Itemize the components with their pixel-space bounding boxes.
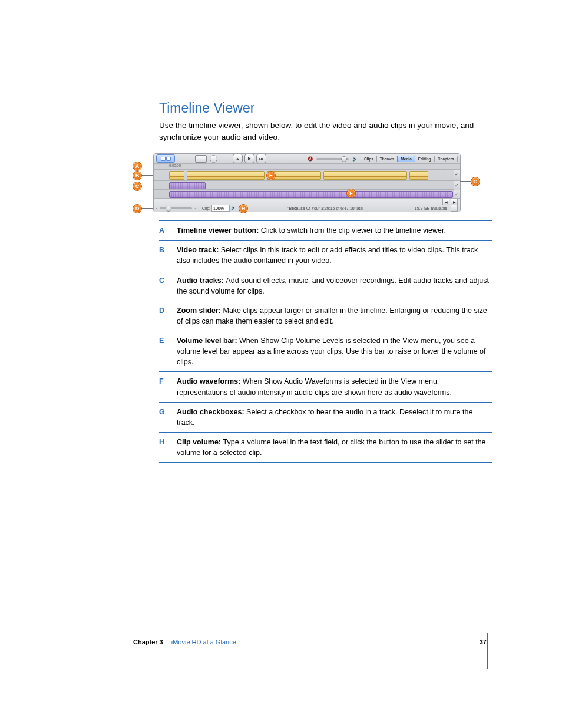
page-footer: Chapter 3 iMovie HD at a Glance 37	[133, 638, 487, 645]
timeline-viewer-button[interactable]	[156, 154, 175, 163]
callout-h: H	[239, 204, 248, 213]
timeline-figure: ⏮ ▶ ⏭ 🔇 🔈 Clips Themes Media Editing Cha…	[133, 153, 479, 212]
timeline-bottom-bar: ◀ ▶ ▫ ▫ Clip: 🔈 "Because Of You" 3:39:15…	[154, 198, 460, 212]
legend-description: Timeline viewer button: Click to switch …	[177, 221, 492, 241]
legend-letter: B	[159, 241, 177, 271]
legend-description: Zoom slider: Make clips appear larger or…	[177, 301, 492, 331]
clip-volume-field[interactable]	[211, 205, 230, 212]
audio-track-1[interactable]	[154, 181, 460, 190]
tab-clips[interactable]: Clips	[361, 156, 377, 162]
timeline-toolbar: ⏮ ▶ ⏭ 🔇 🔈 Clips Themes Media Editing Cha…	[154, 154, 460, 164]
legend-letter: A	[159, 221, 177, 241]
master-volume-slider[interactable]	[316, 158, 349, 160]
legend-description: Audio waveforms: When Show Audio Wavefor…	[177, 372, 492, 402]
legend-letter: D	[159, 301, 177, 331]
legend-letter: F	[159, 372, 177, 402]
scissors-icon[interactable]	[210, 155, 217, 163]
legend-row: EVolume level bar: When Show Clip Volume…	[159, 331, 492, 372]
legend-letter: E	[159, 331, 177, 372]
tab-editing[interactable]: Editing	[415, 156, 435, 162]
scroll-left-button[interactable]: ◀	[442, 199, 449, 205]
callout-d: D	[133, 204, 142, 213]
section-heading: Timeline Viewer	[159, 100, 485, 116]
legend-letter: H	[159, 432, 177, 462]
zoom-control: ▫ ▫	[156, 206, 196, 210]
time-ruler: 0:00:00	[154, 164, 460, 170]
legend-description: Audio tracks: Add sound effects, music, …	[177, 271, 492, 301]
zoom-slider[interactable]	[160, 207, 192, 209]
legend-description: Audio checkboxes: Select a checkbox to h…	[177, 402, 492, 432]
legend-letter: G	[159, 402, 177, 432]
legend-letter: C	[159, 271, 177, 301]
zoom-out-icon: ▫	[156, 206, 157, 210]
tab-media[interactable]: Media	[397, 156, 415, 162]
legend-row: GAudio checkboxes: Select a checkbox to …	[159, 402, 492, 432]
status-text: "Because Of You" 3:39:15 of 6:47:10 tota…	[236, 206, 415, 210]
play-button[interactable]: ▶	[244, 154, 254, 163]
tab-themes[interactable]: Themes	[376, 156, 398, 162]
footer-chapter: Chapter 3	[133, 638, 163, 645]
legend-row: ATimeline viewer button: Click to switch…	[159, 221, 492, 241]
video-track[interactable]	[154, 170, 460, 181]
zoom-in-icon: ▫	[194, 206, 196, 210]
storage-text: 15.9 GB available	[415, 206, 447, 210]
legend-row: HClip volume: Type a volume level in the…	[159, 432, 492, 462]
forward-button[interactable]: ⏭	[256, 154, 266, 163]
audio-track-2[interactable]	[154, 190, 460, 199]
panel-tabs: Clips Themes Media Editing Chapters	[361, 156, 458, 162]
callout-a: A	[133, 162, 142, 171]
rewind-button[interactable]: ⏮	[233, 154, 243, 163]
callout-c: C	[133, 182, 142, 191]
callout-e: E	[266, 171, 276, 180]
legend-description: Volume level bar: When Show Clip Volume …	[177, 331, 492, 372]
trash-icon[interactable]	[451, 205, 458, 212]
tab-chapters[interactable]: Chapters	[434, 156, 458, 162]
legend-row: DZoom slider: Make clips appear larger o…	[159, 301, 492, 331]
speaker-icon: 🔈	[352, 156, 358, 162]
clip-volume-label: Clip:	[202, 206, 210, 210]
callout-f: F	[346, 189, 356, 198]
clip-volume-speaker-icon[interactable]: 🔈	[231, 206, 236, 210]
legend-description: Clip volume: Type a volume level in the …	[177, 432, 492, 462]
camera-mode-icon[interactable]	[195, 155, 207, 163]
callout-b: B	[133, 171, 142, 180]
legend-row: BVideo track: Select clips in this track…	[159, 241, 492, 271]
legend-row: CAudio tracks: Add sound effects, music,…	[159, 271, 492, 301]
callout-g: G	[471, 177, 480, 186]
footer-page-number: 37	[480, 638, 487, 645]
legend-row: FAudio waveforms: When Show Audio Wavefo…	[159, 372, 492, 402]
intro-paragraph: Use the timeline viewer, shown below, to…	[159, 120, 485, 143]
legend-description: Video track: Select clips in this track …	[177, 241, 492, 271]
video-track-checkbox[interactable]	[454, 170, 460, 180]
footer-rule	[487, 633, 488, 669]
speaker-off-icon: 🔇	[308, 156, 313, 162]
footer-chapter-name: iMovie HD at a Glance	[171, 638, 236, 645]
timeline-panel: ⏮ ▶ ⏭ 🔇 🔈 Clips Themes Media Editing Cha…	[153, 153, 461, 212]
callout-legend-table: ATimeline viewer button: Click to switch…	[159, 220, 492, 463]
scroll-right-button[interactable]: ▶	[451, 199, 458, 205]
